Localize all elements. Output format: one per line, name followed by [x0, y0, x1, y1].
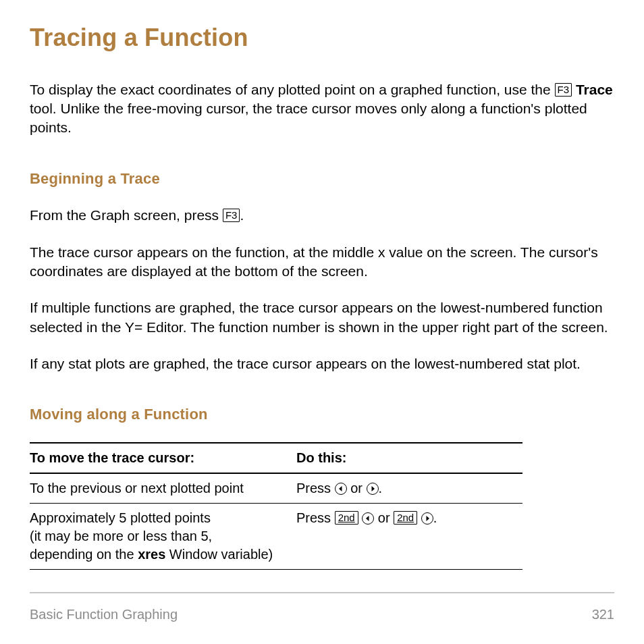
f3-key-icon: F3	[555, 83, 572, 97]
row2-line3-post: Window variable)	[165, 547, 273, 562]
row2-line1: Approximately 5 plotted points	[30, 510, 211, 525]
svg-marker-0	[339, 486, 342, 491]
table-cell: To the previous or next plotted point	[30, 473, 296, 504]
section1-p1-post: .	[240, 207, 244, 223]
press-label: Press	[296, 481, 335, 495]
table-header-1: To move the trace cursor:	[30, 443, 296, 473]
row2-line3-pre: depending on the	[30, 547, 138, 562]
intro-paragraph: To display the exact coordinates of any …	[30, 80, 614, 138]
period: .	[379, 481, 383, 495]
section1-p1-pre: From the Graph screen, press	[30, 207, 223, 223]
page-title: Tracing a Function	[30, 22, 614, 55]
f3-key-icon: F3	[223, 209, 240, 222]
press-label: Press	[296, 510, 335, 525]
footer-section-name: Basic Function Graphing	[30, 606, 178, 624]
table-cell: Press or .	[296, 473, 522, 504]
left-arrow-icon	[335, 483, 347, 495]
svg-marker-1	[371, 486, 375, 491]
intro-text: To display the exact coordinates of any …	[30, 82, 555, 97]
table-header-row: To move the trace cursor: Do this:	[30, 443, 522, 473]
section1-p4: If any stat plots are graphed, the trace…	[30, 354, 614, 373]
svg-marker-3	[426, 516, 429, 521]
or-label: or	[347, 481, 367, 495]
trace-cursor-table: To move the trace cursor: Do this: To th…	[30, 442, 522, 570]
right-arrow-icon	[421, 512, 433, 525]
trace-label: Trace	[576, 82, 613, 97]
table-row: Approximately 5 plotted points (it may b…	[30, 504, 522, 570]
table-header-2: Do this:	[296, 443, 522, 473]
table-cell: Press 2nd or 2nd .	[296, 504, 522, 570]
table-row: To the previous or next plotted point Pr…	[30, 473, 522, 504]
section1-p3: If multiple functions are graphed, the t…	[30, 298, 614, 337]
second-key-icon: 2nd	[335, 511, 358, 525]
period: .	[433, 510, 437, 525]
intro-rest: tool. Unlike the free-moving cursor, the…	[30, 101, 587, 135]
svg-marker-2	[366, 516, 369, 521]
second-key-icon: 2nd	[394, 511, 417, 525]
row2-line2: (it may be more or less than 5,	[30, 529, 212, 543]
section1-p1: From the Graph screen, press F3.	[30, 206, 614, 225]
section-heading-moving: Moving along a Function	[30, 404, 614, 425]
section-heading-beginning: Beginning a Trace	[30, 169, 614, 189]
table-cell: Approximately 5 plotted points (it may b…	[30, 504, 296, 570]
or-label: or	[374, 510, 394, 525]
footer-page-number: 321	[592, 606, 614, 624]
page-footer: Basic Function Graphing 321	[30, 592, 614, 624]
left-arrow-icon	[362, 512, 374, 525]
xres-label: xres	[138, 547, 165, 562]
right-arrow-icon	[367, 483, 379, 495]
section1-p2: The trace cursor appears on the function…	[30, 243, 614, 281]
